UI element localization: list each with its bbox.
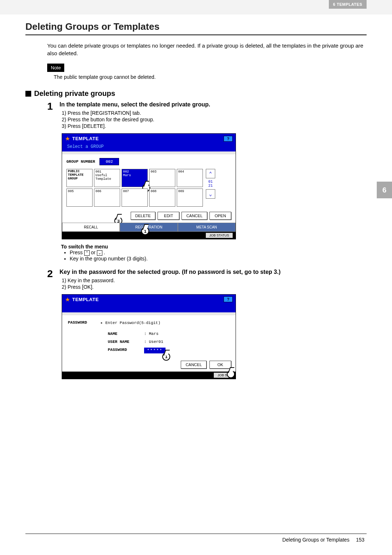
status-bar: JOB STATUS	[62, 232, 236, 239]
group-cell-selected[interactable]: 002Mars 2	[122, 169, 148, 187]
tab-recall[interactable]: RECALL	[62, 223, 120, 232]
group-cell[interactable]: 009	[177, 189, 203, 207]
delete-button[interactable]: DELETE	[131, 212, 156, 220]
ok-button[interactable]: OK	[209, 361, 231, 369]
group-cell[interactable]: 006	[94, 189, 120, 207]
help-button[interactable]: ?	[224, 296, 233, 302]
password-hint: ▸ Enter Password(5-digit)	[101, 320, 160, 325]
screen-titlebar: ★ TEMPLATE ?	[62, 295, 236, 304]
step1-title: In the template menu, select the desired…	[60, 101, 367, 108]
star-icon: ★	[65, 296, 70, 303]
callout-2-icon: 2	[227, 370, 235, 378]
open-button[interactable]: OPEN	[209, 212, 231, 220]
screen-title: TEMPLATE	[72, 297, 99, 302]
status-bar: JOB ST 2	[62, 372, 236, 379]
group-cell[interactable]: 007	[122, 189, 148, 207]
note-label: Note	[47, 64, 64, 72]
step2-title: Key in the password for the selected gro…	[60, 269, 367, 275]
toolbar-spacer	[62, 151, 236, 154]
screen-subtitle-empty	[62, 304, 236, 312]
note-text: The public template group cannot be dele…	[54, 74, 367, 80]
password-input[interactable]: *****	[144, 348, 166, 353]
step1-item: 1) Press the [REGISTRATION] tab.	[62, 110, 367, 116]
cancel-button[interactable]: CANCEL	[181, 212, 207, 220]
help-button[interactable]: ?	[224, 136, 233, 142]
group-number-value[interactable]: 002	[99, 158, 119, 165]
square-bullet-icon	[25, 91, 31, 97]
section-title: Deleting Groups or Templates	[25, 21, 367, 35]
step2-list: 1) Key in the password. 2) Press [OK].	[62, 278, 367, 290]
public-template-group-cell[interactable]: PUBLIC TEMPLATE GROUP	[66, 169, 93, 187]
step1-item: 2) Press the button for the desired grou…	[62, 117, 367, 122]
toolbar-spacer	[62, 312, 236, 315]
side-thumb-index: 6	[377, 182, 392, 198]
cancel-button[interactable]: CANCEL	[181, 361, 207, 369]
name-value: : Mars	[144, 332, 159, 336]
footer-text: Deleting Groups or Templates153	[282, 537, 364, 543]
screenshot-template-groups: ★ TEMPLATE ? Select a GROUP GROUP NUMBER…	[62, 133, 236, 239]
group-number-label: GROUP NUMBER	[66, 159, 95, 164]
step1-list: 1) Press the [REGISTRATION] tab. 2) Pres…	[62, 110, 367, 129]
password-heading: PASSWORD	[68, 320, 101, 325]
username-label: USER NAME	[108, 340, 144, 344]
footer-rule	[25, 534, 367, 534]
step1-item: 3) Press [DELETE].	[62, 123, 367, 129]
username-value: : User01	[144, 340, 163, 344]
name-label: NAME	[108, 332, 144, 336]
step2-item: 2) Press [OK].	[62, 284, 367, 290]
switch-bullets: Press ⌃ or ⌄ . Key in the group number (…	[70, 250, 367, 262]
down-key-icon: ⌄	[97, 250, 102, 256]
group-cell[interactable]: 008	[149, 189, 175, 207]
callout-1-icon: 1	[162, 353, 170, 361]
job-status-button[interactable]: JOB STATUS	[206, 233, 233, 238]
step-number-2: 2	[47, 269, 60, 291]
step-number-1: 1	[47, 101, 60, 130]
screen-titlebar: ★ TEMPLATE ?	[62, 134, 236, 143]
password-field-label: PASSWORD	[108, 348, 144, 353]
subsection-title: Deleting private groups	[34, 89, 115, 98]
screen-title: TEMPLATE	[72, 136, 99, 141]
switch-menu-heading: To switch the menu	[61, 244, 367, 250]
group-cell[interactable]: 005	[66, 189, 93, 207]
page-fraction: 0121	[208, 180, 213, 188]
tab-metascan[interactable]: META SCAN	[178, 223, 236, 232]
step2-item: 1) Key in the password.	[62, 278, 367, 283]
switch-bullet-press: Press ⌃ or ⌄ .	[70, 250, 367, 256]
scroll-down-button[interactable]: ⌄	[206, 189, 215, 199]
up-key-icon: ⌃	[84, 250, 90, 256]
scroll-up-button[interactable]: ⌃	[206, 169, 215, 178]
group-cell[interactable]: 004	[177, 169, 203, 187]
group-cell[interactable]: 001Useful Template	[94, 169, 120, 187]
intro-paragraph: You can delete private groups or templat…	[47, 42, 367, 57]
screenshot-password: ★ TEMPLATE ? PASSWORD ▸ Enter Password(5…	[62, 294, 236, 379]
switch-bullet-keyin: Key in the group number (3 digits).	[70, 256, 367, 262]
group-cell[interactable]: 003	[149, 169, 175, 187]
callout-1-icon: 1	[141, 227, 149, 235]
edit-button[interactable]: EDIT	[158, 212, 179, 220]
screen-subtitle: Select a GROUP	[62, 143, 236, 151]
star-icon: ★	[65, 135, 70, 142]
